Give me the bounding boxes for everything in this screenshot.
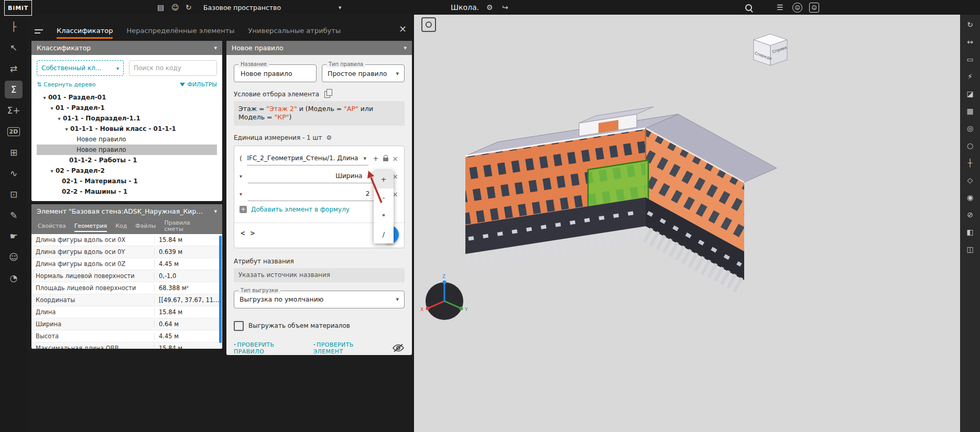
pan-icon[interactable]: ↔ bbox=[963, 35, 977, 49]
visibility-off-icon[interactable]: ⊘ bbox=[963, 207, 977, 222]
add-sum-icon[interactable]: Σ+ bbox=[5, 102, 23, 119]
check-rule-button[interactable]: ПРОВЕРИТЬ ПРАВИЛО bbox=[234, 341, 304, 355]
tab-classifier[interactable]: Классификатор bbox=[57, 27, 113, 39]
classifier-panel-header[interactable]: Классификатор ▾ bbox=[31, 41, 222, 55]
team-icon[interactable]: ☺ bbox=[171, 0, 179, 15]
tree-item-selected[interactable]: Новое правило bbox=[37, 145, 217, 155]
section-plane-icon[interactable]: ◪ bbox=[963, 86, 977, 101]
name-source-input[interactable] bbox=[234, 268, 405, 282]
tree-item[interactable]: 01-1-2 - Работы - 1 bbox=[37, 155, 217, 165]
tab-unassigned-elements[interactable]: Нераспределённые элементы bbox=[126, 27, 234, 39]
workspace-selector[interactable]: Базовое пространство ▾ bbox=[203, 0, 342, 15]
copy-icon[interactable] bbox=[324, 91, 330, 98]
sphere-icon[interactable]: ○ bbox=[963, 138, 977, 153]
select-arrow-icon[interactable]: ↖ bbox=[5, 39, 23, 57]
tree-item[interactable]: ▾02 - Раздел-2 bbox=[37, 165, 217, 176]
collapse-tree-link[interactable]: ⇅ Свернуть дерево bbox=[37, 81, 96, 88]
lock-icon[interactable] bbox=[383, 158, 388, 161]
plugins-icon[interactable]: ⊡ bbox=[5, 185, 23, 203]
filters-link[interactable]: ФИЛЬТРЫ bbox=[180, 81, 217, 88]
formula-value-field[interactable]: 2 ▾ bbox=[248, 187, 380, 201]
tree-item[interactable]: Новое правило bbox=[37, 134, 217, 145]
rule-panel-header[interactable]: Новое правило ▾ bbox=[226, 41, 412, 55]
operator-multiply[interactable]: * bbox=[374, 207, 394, 225]
classifier-sum-icon[interactable]: Σ bbox=[5, 81, 23, 98]
check-element-button[interactable]: ПРОВЕРИТЬ ЭЛЕМЕНТ bbox=[313, 341, 384, 355]
add-formula-element-link[interactable]: + Добавить элемент в формулу bbox=[239, 206, 350, 213]
tree-item[interactable]: ▾001 - Раздел-01 bbox=[37, 92, 217, 103]
paint-icon[interactable]: ◧ bbox=[963, 225, 977, 239]
materials-checkbox[interactable] bbox=[234, 321, 244, 331]
axes-icon[interactable]: ┼ bbox=[963, 156, 977, 170]
operator-minus[interactable]: - bbox=[374, 189, 394, 207]
profile-badge-icon[interactable]: ☺ bbox=[809, 0, 819, 15]
caret-down-icon[interactable]: ▾ bbox=[48, 168, 56, 174]
orbit-icon[interactable]: ↻ bbox=[963, 17, 977, 32]
view-2d-icon[interactable]: 2D bbox=[5, 123, 23, 140]
scheme-icon[interactable]: ⊞ bbox=[5, 143, 23, 161]
account-icon[interactable]: ☺ bbox=[792, 0, 802, 15]
grid-icon[interactable]: ▦ bbox=[963, 104, 977, 118]
export-type-select[interactable]: Тип выгрузки Выгрузка по умолчанию ▾ bbox=[234, 291, 405, 308]
formula-attribute-select[interactable]: Ширина ▾ bbox=[248, 170, 373, 183]
nav-cube[interactable]: Спереди Справа bbox=[754, 34, 787, 65]
menu-icon[interactable]: ☰ bbox=[777, 0, 783, 15]
caret-down-icon[interactable]: ▾ bbox=[41, 95, 48, 101]
search-icon[interactable] bbox=[745, 0, 752, 15]
tune-icon[interactable] bbox=[35, 28, 43, 35]
settings-gear-icon[interactable]: ⚙ bbox=[486, 0, 493, 15]
dashboard-icon[interactable]: ◔ bbox=[5, 269, 23, 287]
structure-tree-icon[interactable]: ├ bbox=[5, 18, 23, 36]
caret-down-icon[interactable]: ▾ bbox=[239, 173, 245, 179]
tab-files[interactable]: Файлы bbox=[135, 223, 156, 229]
region-select-tool[interactable] bbox=[421, 17, 436, 32]
close-icon[interactable]: × bbox=[399, 23, 407, 34]
tree-item[interactable]: ▾01-1 - Подраздел-1.1 bbox=[37, 113, 217, 124]
section-box-icon[interactable]: ◫ bbox=[963, 242, 977, 257]
operator-divide[interactable]: / bbox=[374, 225, 394, 243]
caret-down-icon[interactable]: ▾ bbox=[63, 126, 70, 132]
lightning-icon[interactable]: ⚡ bbox=[963, 69, 977, 84]
history-icon[interactable]: ↻ bbox=[186, 0, 192, 15]
code-search-input[interactable] bbox=[129, 60, 217, 76]
scrollbar-thumb[interactable] bbox=[219, 236, 222, 343]
graphs-icon[interactable]: ∿ bbox=[5, 164, 23, 182]
element-panel-header[interactable]: Элемент "Базовая стена:ADSK_Наружная_Кир… bbox=[31, 204, 222, 218]
relations-icon[interactable]: ⇄ bbox=[5, 60, 23, 77]
diamond-icon[interactable]: ◇ bbox=[963, 173, 977, 187]
classifier-type-select[interactable]: Собственный кл... ▾ bbox=[37, 60, 124, 76]
caret-down-icon[interactable]: ▾ bbox=[56, 116, 63, 121]
user-edit-icon[interactable]: ✎ bbox=[5, 206, 23, 224]
tree-item[interactable]: 02-1 - Материалы - 1 bbox=[37, 176, 217, 186]
tab-properties[interactable]: Свойства bbox=[38, 223, 66, 229]
tree-item[interactable]: ▾01-1-1 - Новый класс - 01-1-1 bbox=[37, 124, 217, 134]
handover-icon[interactable]: ☛ bbox=[5, 227, 23, 245]
rule-type-select[interactable]: Тип правила Простое правило ▾ bbox=[322, 64, 405, 82]
tab-geometry[interactable]: Геометрия bbox=[74, 223, 107, 232]
code-view-button[interactable]: < > bbox=[241, 229, 255, 237]
tab-code[interactable]: Код bbox=[115, 223, 127, 229]
tree-item[interactable]: ▾01 - Раздел-1 bbox=[37, 103, 217, 113]
users-icon[interactable]: ☺ bbox=[5, 248, 23, 266]
tab-universal-attributes[interactable]: Универсальные атрибуты bbox=[248, 27, 341, 39]
visibility-off-icon[interactable] bbox=[392, 344, 405, 352]
axis-gizmo[interactable]: X Y Z bbox=[420, 274, 468, 320]
caret-down-icon[interactable]: ▾ bbox=[48, 105, 56, 111]
measure-icon[interactable]: ▭ bbox=[963, 52, 977, 67]
remove-row-icon[interactable]: × bbox=[391, 154, 399, 163]
tab-estimate-rules[interactable]: Правила сметы bbox=[164, 220, 193, 232]
toolbox-icon[interactable]: ▤ bbox=[157, 0, 164, 15]
rule-name-field[interactable]: Название bbox=[234, 64, 317, 82]
tree-item[interactable]: 02-2 - Машины - 1 bbox=[37, 186, 217, 197]
condition-expression[interactable]: Этаж = "Этаж 2" и (Модель = "АР" или Мод… bbox=[234, 101, 405, 126]
visibility-icon[interactable]: ◉ bbox=[963, 190, 977, 205]
unit-settings-gear-icon[interactable]: ⚙ bbox=[326, 134, 332, 141]
viewport-3d[interactable]: Спереди Справа X Y Z bbox=[414, 15, 960, 432]
share-icon[interactable]: ↪ bbox=[502, 0, 508, 15]
focus-icon[interactable]: ◎ bbox=[963, 121, 977, 136]
formula-attribute-select[interactable]: IFC_2_Геометрия_Стены/1. Длина ▾ bbox=[247, 152, 368, 165]
operator-button[interactable]: + bbox=[372, 154, 380, 162]
rule-name-input[interactable] bbox=[239, 69, 311, 78]
caret-down-icon[interactable]: ▾ bbox=[239, 191, 245, 197]
operator-plus[interactable]: + bbox=[374, 170, 394, 189]
